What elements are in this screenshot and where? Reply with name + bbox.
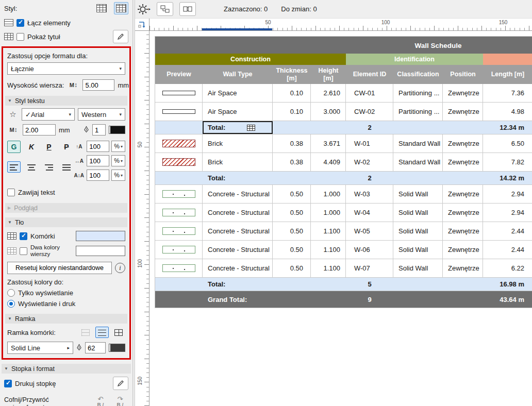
empty-cell[interactable] <box>155 291 203 308</box>
wall-type-cell[interactable]: Air Space <box>203 84 273 102</box>
total-count-cell[interactable]: 5 <box>346 278 393 291</box>
column-header-thickness[interactable]: Thickness[m] <box>273 65 311 84</box>
favorites-icon[interactable]: ☆ <box>7 110 19 119</box>
column-header-element-id[interactable]: Element ID <box>346 65 393 84</box>
thickness-cell[interactable]: 0.50 <box>273 241 311 259</box>
total-count-cell[interactable]: 2 <box>346 121 393 134</box>
wall-type-cell[interactable]: Brick <box>203 134 273 153</box>
empty-cell[interactable] <box>311 121 346 134</box>
height-cell[interactable]: 1.000 <box>311 204 346 222</box>
redo-format-button[interactable]: ↷ B / <box>112 396 128 406</box>
element-id-cell[interactable]: CW-02 <box>346 103 393 121</box>
column-header-preview[interactable]: Preview <box>155 65 203 84</box>
height-cell[interactable]: 1.100 <box>311 222 346 240</box>
reset-colors-button[interactable]: Resetuj kolory niestandardowe <box>7 262 112 274</box>
column-header-wall-type[interactable]: Wall Type <box>203 65 273 84</box>
two-colors-checkbox[interactable] <box>20 247 27 255</box>
preview-cell[interactable] <box>155 222 203 240</box>
strikethrough-button[interactable]: P <box>60 141 73 153</box>
font-size-input[interactable] <box>23 124 56 136</box>
element-id-cell[interactable]: W-04 <box>346 204 393 222</box>
frame-horizontal-button[interactable] <box>95 327 109 338</box>
grid-view-button[interactable] <box>94 2 109 14</box>
preview-cell[interactable] <box>155 259 203 277</box>
element-id-cell[interactable]: W-01 <box>346 134 393 153</box>
edit-footer-button[interactable] <box>113 377 128 390</box>
group-header-length[interactable] <box>483 54 532 65</box>
empty-cell[interactable] <box>443 291 483 308</box>
height-cell[interactable]: 1.100 <box>311 259 346 277</box>
scheme-settings-button[interactable]: ▸ <box>137 4 151 15</box>
position-cell[interactable]: Zewnętrze <box>443 259 483 277</box>
position-cell[interactable]: Zewnętrze <box>443 204 483 222</box>
schedule-canvas[interactable]: Wall Schedule ConstructionIdentification… <box>149 31 532 406</box>
align-right-button[interactable] <box>42 161 56 173</box>
horizontal-ruler[interactable]: 50100150 <box>149 19 532 31</box>
position-cell[interactable]: Zewnętrze <box>443 103 483 121</box>
length-cell[interactable]: 2.44 <box>483 241 532 259</box>
total-length-cell[interactable]: 43.64 m <box>483 291 532 308</box>
total-length-cell[interactable]: 12.34 m <box>483 121 532 134</box>
thickness-cell[interactable]: 0.50 <box>273 204 311 222</box>
empty-cell[interactable] <box>443 121 483 134</box>
wall-type-cell[interactable]: Concrete - Structural <box>203 185 273 203</box>
schedule-title-row[interactable]: Wall Schedule <box>155 37 532 54</box>
frame-pen-input[interactable] <box>85 342 106 353</box>
bold-button[interactable]: G <box>7 141 21 153</box>
classification-cell[interactable]: Solid Wall <box>393 241 443 259</box>
show-title-checkbox[interactable] <box>16 33 24 41</box>
thickness-cell[interactable]: 0.38 <box>273 134 311 153</box>
select-on-plan-button[interactable] <box>157 2 173 16</box>
preview-cell[interactable] <box>155 185 203 203</box>
superscript-percent-unit[interactable]: %▾ <box>111 141 125 152</box>
group-header-identification[interactable]: Identification <box>346 54 483 65</box>
height-cell[interactable]: 1.100 <box>311 241 346 259</box>
empty-cell[interactable] <box>393 172 443 184</box>
length-cell[interactable]: 7.82 <box>483 153 532 171</box>
frame-none-button[interactable] <box>79 327 92 338</box>
vertical-ruler[interactable]: 50100150 <box>135 31 149 406</box>
spacing-percent-unit[interactable]: %▾ <box>111 170 125 181</box>
thickness-cell[interactable]: 0.10 <box>273 103 311 121</box>
total-count-cell[interactable]: 9 <box>346 291 393 308</box>
classification-cell[interactable]: Solid Wall <box>393 222 443 240</box>
preview-cell[interactable] <box>155 241 203 259</box>
element-id-cell[interactable]: W-06 <box>346 241 393 259</box>
frame-grid-button[interactable] <box>112 327 125 338</box>
text-style-section-header[interactable]: ▼ Styl tekstu <box>5 96 127 106</box>
footer-format-section-header[interactable]: ▼ Stopka i format <box>2 364 131 374</box>
display-and-print-option[interactable]: Wyświetlanie i druk <box>3 298 129 309</box>
element-id-cell[interactable]: W-05 <box>346 222 393 240</box>
height-cell[interactable]: 3.000 <box>311 103 346 121</box>
preview-cell[interactable] <box>155 84 203 102</box>
schedule-view-button[interactable] <box>114 2 128 14</box>
position-cell[interactable]: Zewnętrze <box>443 185 483 203</box>
element-id-cell[interactable]: W-03 <box>346 185 393 203</box>
width-percent-unit[interactable]: %▾ <box>111 155 125 166</box>
total-count-cell[interactable]: 2 <box>346 172 393 184</box>
pen-color-swatch[interactable] <box>109 126 125 134</box>
width-scale-input[interactable] <box>87 155 109 166</box>
length-cell[interactable]: 2.44 <box>483 222 532 240</box>
group-header-construction[interactable]: Construction <box>155 54 346 65</box>
length-cell[interactable]: 6.50 <box>483 134 532 153</box>
wall-type-cell[interactable]: Concrete - Structural <box>203 241 273 259</box>
height-cell[interactable]: 3.671 <box>311 134 346 153</box>
column-header-classification[interactable]: Classification <box>393 65 443 84</box>
ruler-origin-button[interactable] <box>135 19 149 31</box>
wrap-text-checkbox[interactable] <box>7 189 15 196</box>
height-cell[interactable]: 4.409 <box>311 153 346 171</box>
script-select[interactable]: Western ▾ <box>78 108 125 121</box>
length-cell[interactable]: 4.98 <box>483 103 532 121</box>
total-label-cell[interactable]: Total: <box>203 172 273 184</box>
frame-color-swatch[interactable] <box>109 344 125 352</box>
underline-button[interactable]: P <box>42 141 56 153</box>
print-footer-checkbox[interactable] <box>4 380 12 387</box>
thickness-cell[interactable]: 0.50 <box>273 185 311 203</box>
empty-cell[interactable] <box>273 278 311 291</box>
classification-cell[interactable]: Solid Wall <box>393 185 443 203</box>
classification-cell[interactable]: Partitioning ... <box>393 103 443 121</box>
empty-cell[interactable] <box>443 278 483 291</box>
align-center-button[interactable] <box>25 161 38 173</box>
element-id-cell[interactable]: W-02 <box>346 153 393 171</box>
